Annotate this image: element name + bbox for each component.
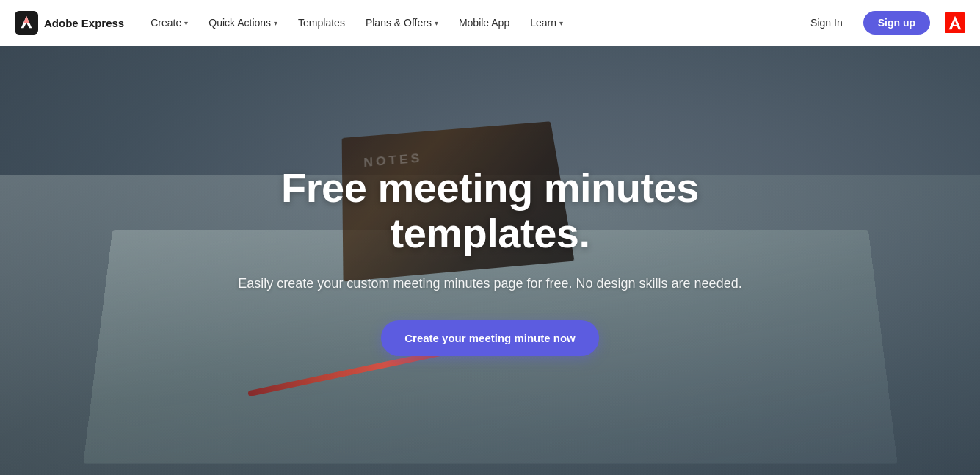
nav-links: Create ▾ Quick Actions ▾ Templates Plans…: [142, 11, 799, 35]
chevron-down-icon: ▾: [435, 19, 438, 27]
adobe-logo-icon: [945, 12, 965, 33]
adobe-express-icon: [15, 11, 38, 35]
hero-section: Free meeting minutes templates. Easily c…: [0, 46, 980, 475]
chevron-down-icon: ▾: [274, 19, 277, 27]
nav-item-quick-actions[interactable]: Quick Actions ▾: [200, 11, 286, 35]
brand-name-text: Adobe Express: [44, 17, 124, 29]
hero-cta-button[interactable]: Create your meeting minute now: [381, 320, 599, 356]
chevron-down-icon: ▾: [559, 19, 563, 27]
nav-item-templates[interactable]: Templates: [289, 11, 354, 35]
navbar: Adobe Express Create ▾ Quick Actions ▾ T…: [0, 0, 980, 46]
navbar-actions: Sign In Sign up: [799, 11, 965, 35]
sign-in-button[interactable]: Sign In: [799, 11, 854, 35]
svg-rect-0: [945, 12, 965, 33]
nav-item-plans-offers[interactable]: Plans & Offers ▾: [357, 11, 447, 35]
nav-item-mobile-app[interactable]: Mobile App: [450, 11, 518, 35]
nav-item-learn[interactable]: Learn ▾: [521, 11, 572, 35]
hero-title: Free meeting minutes templates.: [219, 165, 762, 255]
hero-subtitle: Easily create your custom meeting minute…: [219, 274, 762, 294]
sign-up-button[interactable]: Sign up: [863, 11, 930, 35]
hero-content: Free meeting minutes templates. Easily c…: [204, 165, 777, 355]
nav-item-create[interactable]: Create ▾: [142, 11, 197, 35]
brand-logo[interactable]: Adobe Express: [15, 11, 124, 35]
chevron-down-icon: ▾: [184, 19, 188, 27]
